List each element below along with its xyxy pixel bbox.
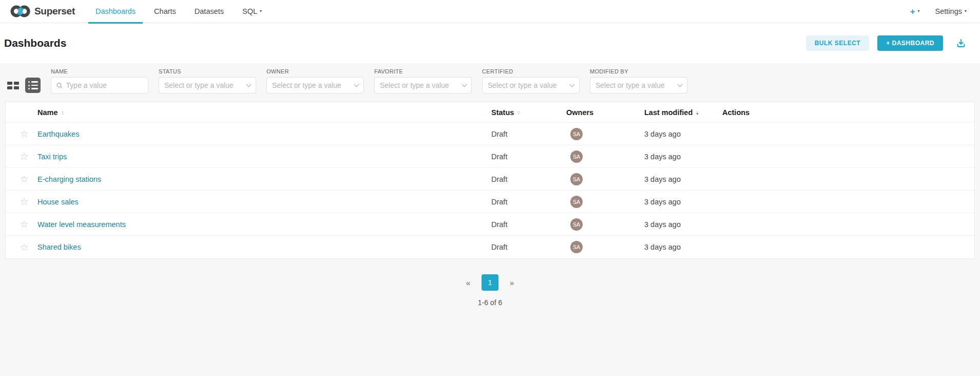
view-mode-toggle (7, 77, 41, 93)
favorite-star-icon[interactable]: ☆ (20, 152, 28, 161)
column-header-actions: Actions (722, 108, 784, 117)
status-value: Draft (491, 130, 507, 138)
table-row: ☆ House sales Draft SA 3 days ago (6, 191, 974, 213)
status-value: Draft (491, 243, 507, 251)
page-1-button[interactable]: 1 (482, 274, 498, 291)
search-icon (56, 82, 63, 89)
status-value: Draft (491, 198, 507, 206)
nav-item-label: SQL (242, 7, 257, 15)
dashboard-name-link[interactable]: House sales (37, 198, 79, 206)
table-row: ☆ Shared bikes Draft SA 3 days ago (6, 236, 974, 258)
filter-favorite: FAVORITE Select or type a value (374, 68, 472, 93)
settings-menu[interactable]: Settings ▾ (935, 7, 967, 15)
main-nav-tabs: Dashboards Charts Datasets SQL ▾ (86, 0, 271, 23)
chevron-down-icon (246, 82, 252, 87)
owner-avatar: SA (570, 173, 583, 185)
dashboard-name-link[interactable]: E-charging stations (37, 175, 101, 183)
nav-item-label: Datasets (195, 7, 224, 15)
last-modified-value: 3 days ago (644, 175, 681, 183)
filter-label: MODIFIED BY (590, 68, 687, 74)
nav-item-label: Charts (154, 7, 176, 15)
modified-by-filter-select[interactable]: Select or type a value (590, 77, 687, 93)
owner-avatar: SA (570, 241, 583, 253)
select-placeholder: Select or type a value (488, 81, 567, 89)
nav-item-label: Dashboards (95, 7, 136, 15)
nav-item-charts[interactable]: Charts (145, 0, 185, 23)
caret-down-icon: ▾ (918, 9, 920, 13)
favorite-filter-select[interactable]: Select or type a value (374, 77, 472, 93)
header-actions: BULK SELECT + DASHBOARD (806, 35, 967, 51)
brand-name: Superset (34, 6, 75, 17)
favorite-star-icon[interactable]: ☆ (20, 129, 28, 139)
status-value: Draft (491, 220, 507, 229)
dashboard-name-link[interactable]: Shared bikes (37, 243, 81, 251)
list-controls: NAME STATUS Select or type a value OWNER… (0, 63, 980, 93)
chevron-down-icon (570, 82, 575, 87)
table-row: ☆ Water level measurements Draft SA 3 da… (6, 213, 974, 236)
page-title: Dashboards (4, 37, 66, 49)
new-item-menu[interactable]: + ▾ (910, 7, 920, 16)
dashboard-name-link[interactable]: Water level measurements (37, 220, 126, 229)
last-modified-value: 3 days ago (644, 198, 681, 206)
list-view-icon[interactable] (25, 78, 41, 93)
column-header-last-modified[interactable]: Last modified▲▼ (644, 108, 722, 117)
dashboard-name-link[interactable]: Taxi trips (37, 153, 67, 161)
prev-page-button[interactable]: « (466, 278, 470, 287)
owner-avatar: SA (570, 196, 583, 208)
nav-right-group: + ▾ Settings ▾ (910, 7, 967, 16)
filter-label: OWNER (266, 68, 364, 74)
dashboard-name-link[interactable]: Earthquakes (37, 130, 79, 138)
table-header-row: Name▲▼ Status▲▼ Owners Last modified▲▼ A… (6, 102, 974, 123)
filter-status: STATUS Select or type a value (159, 68, 256, 93)
filter-label: NAME (51, 68, 148, 74)
last-modified-value: 3 days ago (644, 220, 681, 229)
top-nav: Superset Dashboards Charts Datasets SQL … (0, 0, 980, 23)
column-header-name[interactable]: Name▲▼ (37, 108, 491, 117)
column-header-status[interactable]: Status▲▼ (491, 108, 566, 117)
table-row: ☆ Earthquakes Draft SA 3 days ago (6, 123, 974, 145)
table-body: ☆ Earthquakes Draft SA 3 days ago ☆ Taxi… (6, 123, 974, 258)
sort-icon: ▲▼ (696, 110, 699, 115)
nav-item-sql[interactable]: SQL ▾ (233, 0, 271, 23)
owner-filter-select[interactable]: Select or type a value (266, 77, 364, 93)
superset-infinity-icon (10, 5, 31, 18)
chevron-down-icon (678, 82, 683, 87)
owner-avatar: SA (570, 128, 583, 140)
owner-avatar: SA (570, 218, 583, 231)
owner-avatar: SA (570, 151, 583, 163)
filter-label: FAVORITE (374, 68, 472, 74)
favorite-star-icon[interactable]: ☆ (20, 242, 28, 252)
certified-filter-select[interactable]: Select or type a value (482, 77, 580, 93)
favorite-star-icon[interactable]: ☆ (20, 197, 28, 206)
filter-label: STATUS (159, 68, 256, 74)
import-dashboards-button[interactable] (955, 37, 967, 49)
plus-icon: + (910, 7, 915, 16)
favorite-star-icon[interactable]: ☆ (20, 174, 28, 184)
status-value: Draft (491, 175, 507, 183)
last-modified-value: 3 days ago (644, 130, 681, 138)
pagination-summary: 1-6 of 6 (0, 298, 980, 307)
status-value: Draft (491, 153, 507, 161)
bulk-select-button[interactable]: BULK SELECT (806, 35, 870, 51)
chevron-down-icon (462, 82, 467, 87)
new-dashboard-button[interactable]: + DASHBOARD (877, 35, 943, 51)
select-placeholder: Select or type a value (272, 81, 351, 89)
import-icon (955, 37, 967, 49)
superset-logo[interactable]: Superset (10, 5, 75, 18)
caret-down-icon: ▾ (260, 9, 262, 13)
name-filter-input[interactable] (66, 81, 143, 89)
next-page-button[interactable]: » (510, 278, 514, 287)
favorite-star-icon[interactable]: ☆ (20, 219, 28, 229)
filter-owner: OWNER Select or type a value (266, 68, 364, 93)
last-modified-value: 3 days ago (644, 153, 681, 161)
nav-item-datasets[interactable]: Datasets (185, 0, 233, 23)
filter-certified: CERTIFIED Select or type a value (482, 68, 580, 93)
table-row: ☆ Taxi trips Draft SA 3 days ago (6, 145, 974, 168)
page-header: Dashboards BULK SELECT + DASHBOARD (0, 23, 980, 63)
dashboards-table: Name▲▼ Status▲▼ Owners Last modified▲▼ A… (5, 102, 975, 259)
chevron-down-icon (354, 82, 359, 87)
sort-icon: ▲▼ (517, 110, 520, 115)
card-view-icon[interactable] (7, 82, 19, 89)
status-filter-select[interactable]: Select or type a value (159, 77, 256, 93)
nav-item-dashboards[interactable]: Dashboards (86, 0, 145, 23)
